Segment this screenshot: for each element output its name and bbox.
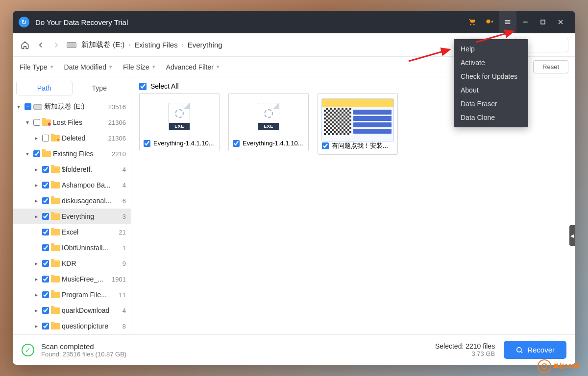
folder-icon: [51, 245, 60, 251]
tree-existing-files[interactable]: ▾ Existing Files 2210: [13, 146, 131, 162]
home-icon[interactable]: [20, 40, 30, 50]
tree-checkbox[interactable]: [42, 213, 49, 220]
tree-item-count: 4: [120, 307, 126, 314]
file-tile[interactable]: EXE Everything-1.4.1.10...: [228, 93, 309, 151]
tree-item-label: Everything: [62, 212, 120, 220]
menu-about[interactable]: About: [454, 83, 528, 97]
file-checkbox[interactable]: [322, 142, 329, 149]
tree-checkbox[interactable]: [42, 244, 49, 251]
breadcrumb-volume[interactable]: 新加载卷 (E:): [81, 40, 124, 49]
collapse-icon[interactable]: ▾: [15, 103, 23, 110]
filter-file-type[interactable]: File Type▾: [20, 63, 53, 71]
tree-root[interactable]: ▾ − 新加载卷 (E:) 23516: [13, 99, 131, 115]
expand-icon[interactable]: ▸: [32, 323, 40, 329]
expand-icon[interactable]: ▸: [32, 197, 40, 204]
recover-button[interactable]: Recover: [504, 341, 566, 359]
file-checkbox[interactable]: [144, 140, 150, 147]
tree-checkbox[interactable]: [42, 135, 49, 141]
tree-checkbox[interactable]: [42, 182, 49, 188]
menu-check-updates[interactable]: Check for Updates: [454, 70, 528, 83]
key-icon[interactable]: [481, 11, 499, 33]
folder-icon: [51, 182, 60, 188]
menu-data-clone[interactable]: Data Clone: [454, 111, 528, 124]
menu-data-eraser[interactable]: Data Eraser: [454, 97, 528, 111]
expand-icon[interactable]: ▸: [32, 182, 40, 188]
back-icon[interactable]: [35, 40, 46, 50]
minimize-button[interactable]: [516, 11, 534, 33]
tree-item[interactable]: IObitUninstall...1: [13, 240, 131, 256]
tree-checkbox[interactable]: [42, 166, 49, 173]
tree-checkbox[interactable]: [42, 276, 49, 282]
filter-date-modified[interactable]: Date Modified▾: [64, 63, 112, 71]
collapse-handle[interactable]: ◀: [569, 225, 575, 246]
menu-help[interactable]: Help: [454, 42, 528, 56]
tree-item-count: 11: [116, 291, 126, 299]
close-button[interactable]: [552, 11, 569, 33]
tree-checkbox[interactable]: [33, 119, 40, 126]
tree-checkbox[interactable]: [42, 197, 49, 204]
tree-item[interactable]: Excel21: [13, 224, 131, 240]
file-tile[interactable]: 有问题点我！安装...: [318, 93, 398, 155]
folder-icon: [51, 198, 60, 204]
expand-icon[interactable]: ▸: [32, 260, 40, 267]
expand-icon[interactable]: ▸: [32, 166, 40, 173]
expand-icon[interactable]: ▸: [32, 307, 40, 314]
folder-icon: [51, 135, 60, 141]
tree-checkbox[interactable]: [42, 291, 49, 298]
collapse-icon[interactable]: ▾: [24, 150, 31, 157]
hamburger-menu-button[interactable]: [499, 11, 516, 33]
tree-item[interactable]: ▸diskusageanal...6: [13, 193, 131, 209]
checkbox-indeterminate[interactable]: −: [24, 103, 31, 110]
expand-icon[interactable]: ▸: [32, 213, 40, 220]
reset-button[interactable]: Reset: [533, 60, 568, 73]
tree-item[interactable]: ▸questionpicture8: [13, 318, 131, 334]
tree-item[interactable]: ▸$foldereIf.4: [13, 162, 131, 177]
maximize-button[interactable]: [534, 11, 552, 33]
tree-item[interactable]: ▸MusicFree_...1901: [13, 271, 131, 287]
tree-item[interactable]: ▸KDR9: [13, 256, 131, 271]
tree-checkbox[interactable]: [33, 150, 40, 157]
select-all-checkbox[interactable]: [139, 83, 147, 90]
tree-item-count: 3: [120, 213, 126, 220]
expand-icon[interactable]: ▸: [32, 135, 40, 141]
tab-type[interactable]: Type: [72, 81, 127, 95]
tree-deleted[interactable]: ▸ Deleted 21306: [13, 130, 131, 146]
file-tile[interactable]: EXE Everything-1.4.1.10...: [139, 93, 220, 151]
app-logo-icon: ↻: [19, 17, 29, 27]
app-title: Do Your Data Recovery Trial: [35, 18, 128, 26]
tree-item-label: diskusageanal...: [62, 197, 120, 205]
status-bar: ✓ Scan completed Found: 23516 files (10.…: [13, 334, 575, 365]
svg-point-12: [517, 347, 521, 352]
tree-item-label: $foldereIf.: [62, 165, 120, 173]
breadcrumb-seg2[interactable]: Everything: [188, 41, 222, 49]
cart-icon[interactable]: [464, 11, 481, 33]
tree-checkbox[interactable]: [42, 260, 49, 267]
menu-activate[interactable]: Activate: [454, 56, 528, 70]
folder-icon: [42, 151, 51, 157]
tree-lost-files[interactable]: ▾ Lost Files 21306: [13, 115, 131, 130]
tree-item-label: Program File...: [62, 291, 116, 299]
filter-file-size[interactable]: File Size▾: [123, 63, 155, 71]
watermark-icon: [538, 359, 551, 373]
tree-item[interactable]: ▸Program File...11: [13, 287, 131, 303]
tree-item-count: 6: [120, 197, 126, 205]
tree-checkbox[interactable]: [42, 323, 49, 329]
breadcrumb-seg1[interactable]: Existing Files: [134, 41, 177, 49]
drive-icon: [67, 42, 76, 48]
expand-icon[interactable]: ▸: [32, 291, 40, 298]
tree-item[interactable]: ▸quarkDownload4: [13, 303, 131, 318]
drive-icon: [33, 104, 42, 110]
folder-icon: [51, 260, 60, 267]
tab-path[interactable]: Path: [17, 81, 72, 95]
tree-item-label: Ashampoo Ba...: [62, 181, 120, 189]
filter-advanced[interactable]: Advanced Filter▾: [166, 63, 220, 71]
expand-icon[interactable]: ▸: [32, 276, 40, 282]
tree-checkbox[interactable]: [42, 307, 49, 314]
tree-checkbox[interactable]: [42, 229, 49, 235]
file-checkbox[interactable]: [233, 140, 240, 147]
chevron-down-icon: ▾: [152, 64, 155, 70]
collapse-icon[interactable]: ▾: [24, 119, 31, 126]
folder-tree[interactable]: ▾ − 新加载卷 (E:) 23516 ▾ Lost Files 21306 ▸: [13, 99, 131, 334]
tree-item[interactable]: ▸Ashampoo Ba...4: [13, 177, 131, 193]
tree-item[interactable]: ▸Everything3: [13, 209, 131, 224]
